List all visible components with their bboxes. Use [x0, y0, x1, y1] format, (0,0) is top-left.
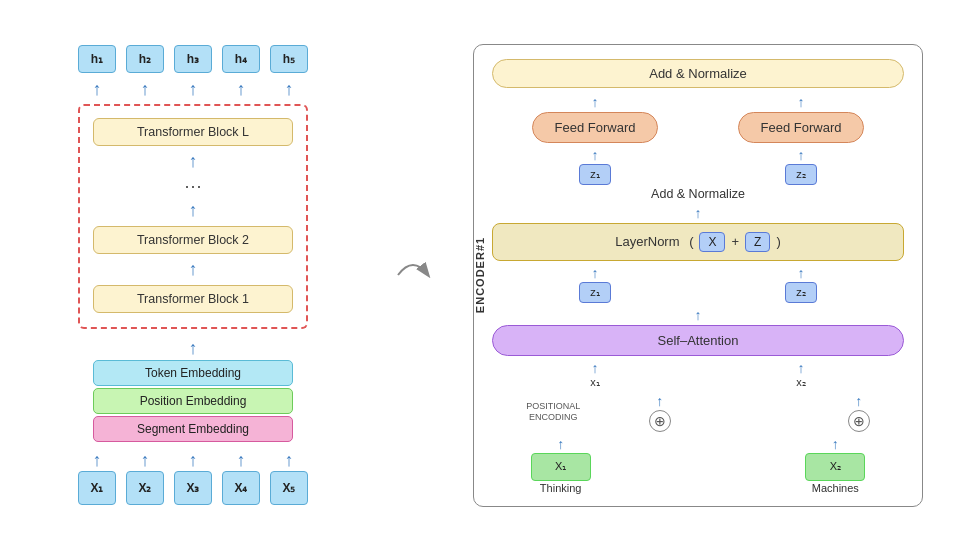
- arrow-to-self-attn: ↑: [695, 307, 702, 323]
- add-norm-mid: Add & Normalize: [492, 187, 904, 201]
- layernorm-text: LayerNorm: [615, 234, 679, 249]
- x1-label: x₁: [590, 376, 600, 389]
- paren-close: ): [776, 234, 780, 249]
- arrow-h4: ↑: [222, 79, 260, 100]
- arrow-x5: ↑: [270, 450, 308, 471]
- add-norm-top: Add & Normalize: [492, 59, 904, 88]
- token-col-1: ↑ X₁ Thinking: [531, 436, 591, 494]
- paren-open: (: [686, 234, 694, 249]
- main-container: h₁ h₂ h₃ h₄ h₅ ↑ ↑ ↑ ↑ ↑ Transformer Blo…: [0, 0, 956, 550]
- token2-word: Machines: [812, 482, 859, 494]
- pos-row: POSITIONALENCODING ↑ ⊕ ↑ ⊕: [492, 393, 904, 432]
- transformer-block-1: Transformer Block 1: [93, 285, 293, 313]
- arrow-emb-to-transformer: ↑: [189, 338, 198, 359]
- output-h3: h₃: [174, 45, 212, 73]
- arrow-z2-to-ff2: ↑: [798, 147, 805, 163]
- embedding-stack: Token Embedding Position Embedding Segme…: [78, 360, 308, 442]
- z1-box-2: z₁: [579, 282, 611, 303]
- arrow-h3: ↑: [174, 79, 212, 100]
- connector-svg: [393, 245, 433, 305]
- input-x4: X₄: [222, 471, 260, 505]
- arrow-h1: ↑: [78, 79, 116, 100]
- pos-label: POSITIONALENCODING: [526, 401, 580, 423]
- output-h4: h₄: [222, 45, 260, 73]
- z2-box-2: z₂: [785, 282, 817, 303]
- arrow-x1: ↑: [592, 360, 599, 376]
- plus-circle-2: ⊕: [848, 410, 870, 432]
- arrow-token2: ↑: [832, 436, 839, 452]
- arrow-token1: ↑: [557, 436, 564, 452]
- arrow-ff1-to-addnorm: ↑: [592, 94, 599, 110]
- token-col-2: ↑ X₂ Machines: [805, 436, 865, 494]
- transformer-stack: Transformer Block L ↑ ⋯ ↑ Transformer Bl…: [78, 104, 308, 329]
- z1-box-1: z₁: [579, 164, 611, 185]
- layernorm-container: LayerNorm ( X + Z ): [492, 223, 904, 261]
- input-x2: X₂: [126, 471, 164, 505]
- arrow-x2: ↑: [126, 450, 164, 471]
- encoder-label: ENCODER#1: [474, 237, 486, 313]
- arrow-x3: ↑: [174, 450, 212, 471]
- token1-word: Thinking: [540, 482, 582, 494]
- self-attention: Self–Attention: [492, 325, 904, 356]
- arrow-pos1: ↑: [656, 393, 663, 409]
- plus-sign: +: [731, 234, 739, 249]
- input-x1: X₁: [78, 471, 116, 505]
- ff-row: Feed Forward Feed Forward: [492, 112, 904, 143]
- z-row-1: ↑ z₁ ↑ z₂: [492, 147, 904, 185]
- plus-circle-1: ⊕: [649, 410, 671, 432]
- arrow-z1-to-ff1: ↑: [592, 147, 599, 163]
- feed-forward-1: Feed Forward: [532, 112, 659, 143]
- z-variable: Z: [745, 232, 770, 252]
- input-x5: X₅: [270, 471, 308, 505]
- token1-box: X₁: [531, 453, 591, 481]
- left-panel: h₁ h₂ h₃ h₄ h₅ ↑ ↑ ↑ ↑ ↑ Transformer Blo…: [33, 45, 353, 505]
- feed-forward-2: Feed Forward: [738, 112, 865, 143]
- arrow-z1-to-layernorm: ↑: [592, 265, 599, 281]
- token2-box: X₂: [805, 453, 865, 481]
- arrow-layernorm-to-addnorm-mid: ↑: [695, 205, 702, 221]
- arrow-pos2: ↑: [855, 393, 862, 409]
- dots-separator: ⋯: [184, 175, 202, 197]
- arrow-h5: ↑: [270, 79, 308, 100]
- arrow-between-blocks-l: ↑: [189, 151, 198, 172]
- arrow-z2-to-layernorm: ↑: [798, 265, 805, 281]
- arrow-h2: ↑: [126, 79, 164, 100]
- x-variable: X: [699, 232, 725, 252]
- output-h5: h₅: [270, 45, 308, 73]
- right-panel: ENCODER#1 Add & Normalize ↑ ↑ Feed Forwa…: [473, 44, 923, 507]
- input-row: ↑ X₁ ↑ X₂ ↑ X₃ ↑ X₄ ↑ X₅: [78, 450, 308, 505]
- token-embedding: Token Embedding: [93, 360, 293, 386]
- output-h1: h₁: [78, 45, 116, 73]
- connector-arrow: [393, 245, 433, 305]
- z2-box-1: z₂: [785, 164, 817, 185]
- z-row-2: ↑ z₁ ↑ z₂: [492, 265, 904, 303]
- arrow-x4: ↑: [222, 450, 260, 471]
- segment-embedding: Segment Embedding: [93, 416, 293, 442]
- transformer-block-2: Transformer Block 2: [93, 226, 293, 254]
- position-embedding: Position Embedding: [93, 388, 293, 414]
- arrow-x1: ↑: [78, 450, 116, 471]
- input-x3: X₃: [174, 471, 212, 505]
- input-tokens-row: ↑ X₁ Thinking ↑ X₂ Machines: [492, 436, 904, 494]
- arrow-x2: ↑: [798, 360, 805, 376]
- output-row: h₁ h₂ h₃ h₄ h₅: [78, 45, 308, 73]
- output-h2: h₂: [126, 45, 164, 73]
- arrow-ff2-to-addnorm: ↑: [798, 94, 805, 110]
- x-row: ↑ x₁ ↑ x₂: [492, 360, 904, 389]
- arrow-between-blocks-2: ↑: [189, 200, 198, 221]
- arrows-to-outputs: ↑ ↑ ↑ ↑ ↑: [78, 79, 308, 100]
- transformer-block-l: Transformer Block L: [93, 118, 293, 146]
- arrow-between-blocks-1: ↑: [189, 259, 198, 280]
- x2-label: x₂: [796, 376, 806, 389]
